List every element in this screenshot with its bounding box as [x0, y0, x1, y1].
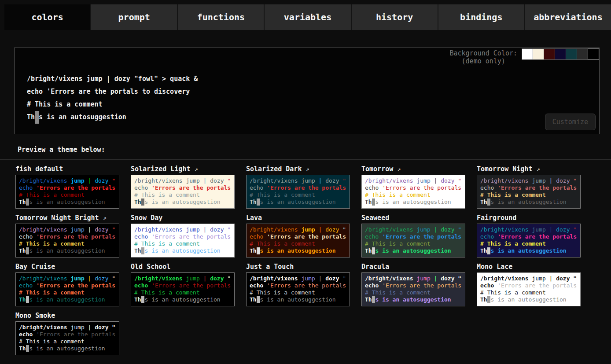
customize-button[interactable]: Customize	[545, 114, 596, 130]
theme-title-tomorrow[interactable]: Tomorrow↗	[361, 164, 465, 173]
tab-history[interactable]: history	[352, 4, 438, 30]
token-comment: # This is a comment	[480, 240, 546, 247]
theme-card-mono-smoke[interactable]: /bright/vixens jump | dozy "fowl" > quac…	[15, 321, 119, 355]
token-comment: # This is a comment	[19, 191, 85, 198]
external-link-icon[interactable]: ↗	[103, 214, 107, 221]
bg-swatch-cream[interactable]	[533, 48, 544, 60]
theme-card-dracula[interactable]: /bright/vixens jump | dozy "fowl" > quac…	[361, 272, 465, 306]
theme-card-lava[interactable]: /bright/vixens jump | dozy "fowl" > quac…	[246, 224, 350, 257]
sample-line-error: echo 'Errors are the portals to discover…	[480, 282, 577, 289]
token-comment: # This is a comment	[250, 240, 315, 247]
token-error: 'Errors are the portals to discovery	[36, 282, 116, 289]
bg-swatch-dark-teal[interactable]	[566, 48, 577, 60]
theme-card-fairground[interactable]: /bright/vixens jump | dozy "fowl" > quac…	[477, 224, 581, 257]
sample-line-command: /bright/vixens jump | dozy "fowl" > quac…	[480, 226, 577, 233]
theme-cell-seaweed: Seaweed/bright/vixens jump | dozy "fowl"…	[361, 213, 465, 257]
token-autosuggestion: s is an autosuggestion	[260, 296, 335, 303]
token-quote: "fowl" > quack &	[227, 226, 231, 233]
theme-title-lava: Lava	[246, 213, 350, 222]
bg-swatch-dark-maroon[interactable]	[544, 48, 555, 60]
token-autosuggestion: s is an autosuggestion	[29, 345, 105, 352]
theme-card-snow-day[interactable]: /bright/vixens jump | dozy "fowl" > quac…	[131, 224, 235, 257]
theme-title-solarized-dark[interactable]: Solarized Dark↗	[246, 164, 350, 173]
token-autosuggestion: s is an autosuggestion	[144, 199, 220, 205]
sample-line-command: /bright/vixens jump | dozy "fowl" > quac…	[365, 226, 462, 233]
theme-card-solarized-dark[interactable]: /bright/vixens jump | dozy "fowl" > quac…	[246, 175, 350, 209]
token-path: /bright/vixens	[365, 177, 416, 184]
token-comment: # This is a comment	[19, 289, 85, 296]
token-path: /bright/vixens	[19, 324, 70, 331]
token-error: 'Errors are the portals to discovery	[497, 184, 577, 191]
theme-card-tomorrow-night-bright[interactable]: /bright/vixens jump | dozy "fowl" > quac…	[15, 224, 119, 257]
theme-card-tomorrow-night[interactable]: /bright/vixens jump | dozy "fowl" > quac…	[477, 175, 581, 209]
theme-title-tomorrow-night[interactable]: Tomorrow Night↗	[477, 164, 581, 173]
token-comment: # This is a comment	[134, 240, 200, 247]
token-command: echo	[480, 184, 497, 191]
theme-name-label: Tomorrow Night	[477, 165, 532, 173]
token-param: jump	[70, 226, 88, 233]
tab-functions[interactable]: functions	[178, 4, 265, 30]
theme-card-bay-cruise[interactable]: /bright/vixens jump | dozy "fowl" > quac…	[15, 272, 119, 306]
token-command: echo	[19, 331, 36, 338]
theme-card-tomorrow[interactable]: /bright/vixens jump | dozy "fowl" > quac…	[361, 175, 465, 209]
token-pipe: |	[434, 275, 441, 282]
theme-title-tomorrow-night-bright[interactable]: Tomorrow Night Bright↗	[15, 213, 119, 222]
bg-swatch-dark-gray[interactable]	[577, 48, 588, 60]
sample-line-comment: # This is a comment	[19, 240, 116, 247]
theme-title-solarized-light[interactable]: Solarized Light↗	[131, 164, 235, 173]
sample-line-command: /bright/vixens jump | dozy "fowl" > quac…	[480, 275, 577, 282]
token-comment: # This is a comment	[250, 191, 315, 198]
sample-line-comment: # This is a comment	[250, 289, 346, 296]
external-link-icon[interactable]: ↗	[397, 165, 401, 173]
sample-line-command: /bright/vixens jump | dozy "fowl" > quac…	[134, 275, 231, 282]
tab-prompt[interactable]: prompt	[91, 4, 178, 30]
sample-line-autosuggestion: This is an autosuggestion	[19, 247, 116, 254]
theme-title-snow-day: Snow Day	[131, 213, 235, 222]
token-typed: Th	[250, 247, 257, 254]
token-typed: Th	[27, 113, 35, 121]
bg-swatch-white[interactable]	[522, 48, 533, 60]
token-error: 'Errors are the portals to discovery	[47, 88, 190, 96]
token-path: /bright/vixens	[365, 275, 416, 282]
token-quote: "fowl" > quack &	[342, 177, 346, 184]
sample-line-comment: # This is a comment	[19, 338, 116, 345]
theme-card-seaweed[interactable]: /bright/vixens jump | dozy "fowl" > quac…	[361, 224, 465, 257]
token-command: echo	[250, 184, 267, 191]
tab-abbreviations[interactable]: abbreviations	[525, 4, 611, 30]
sample-line-error: echo 'Errors are the portals to discover…	[19, 331, 116, 338]
sample-line-comment: # This is a comment	[250, 240, 346, 247]
theme-card-fish-default[interactable]: /bright/vixens jump | dozy "fowl" > quac…	[15, 175, 119, 209]
theme-card-mono-lace[interactable]: /bright/vixens jump | dozy "fowl" > quac…	[477, 272, 581, 306]
token-autosuggestion: s is an autosuggestion	[490, 247, 566, 254]
theme-name-label: Dracula	[361, 263, 389, 271]
sample-line-comment: # This is a comment	[27, 98, 599, 111]
theme-cell-just-a-touch: Just a Touch/bright/vixens jump | dozy "…	[246, 262, 350, 306]
token-pipe: |	[88, 324, 95, 331]
token-pipe: |	[319, 226, 326, 233]
token-path: /bright/vixens	[250, 177, 301, 184]
bg-swatch-black[interactable]	[588, 48, 599, 60]
sample-line-command: /bright/vixens jump | dozy "fowl" > quac…	[250, 275, 346, 282]
tab-colors[interactable]: colors	[4, 4, 91, 30]
external-link-icon[interactable]: ↗	[306, 165, 309, 173]
theme-card-just-a-touch[interactable]: /bright/vixens jump | dozy "fowl" > quac…	[246, 272, 350, 306]
theme-card-old-school[interactable]: /bright/vixens jump | dozy "fowl" > quac…	[131, 272, 235, 306]
token-typed: Th	[250, 199, 257, 205]
theme-grid: fish default/bright/vixens jump | dozy "…	[0, 160, 611, 355]
token-command: echo	[134, 282, 151, 289]
tab-variables[interactable]: variables	[265, 4, 351, 30]
token-autosuggestion: s is an autosuggestion	[144, 247, 220, 254]
sample-line-error: echo 'Errors are the portals to discover…	[19, 282, 116, 289]
external-link-icon[interactable]: ↗	[536, 165, 540, 173]
background-color-picker: Background Color: (demo only)	[449, 48, 599, 65]
tab-bindings[interactable]: bindings	[438, 4, 525, 30]
theme-card-solarized-light[interactable]: /bright/vixens jump | dozy "fowl" > quac…	[131, 175, 235, 209]
sample-line-comment: # This is a comment	[19, 191, 116, 199]
token-typed: Th	[19, 247, 26, 254]
external-link-icon[interactable]: ↗	[194, 165, 198, 173]
bg-swatch-dark-navy[interactable]	[555, 48, 566, 60]
token-param: jump	[186, 177, 203, 184]
token-error: 'Errors are the portals to discovery	[497, 233, 577, 240]
sample-line-comment: # This is a comment	[365, 191, 462, 199]
token-command: echo	[480, 233, 497, 240]
